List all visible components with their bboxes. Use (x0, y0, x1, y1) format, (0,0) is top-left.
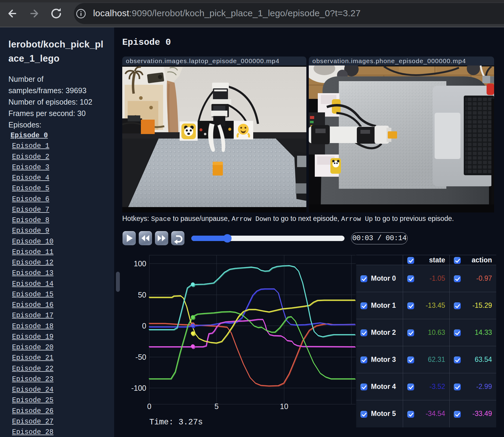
svg-text:0: 0 (147, 402, 151, 411)
svg-text:-100: -100 (131, 384, 146, 392)
svg-text:-50: -50 (135, 353, 146, 361)
svg-text:100: 100 (134, 259, 146, 268)
svg-text:10: 10 (280, 402, 288, 411)
svg-text:Time: 3.27s: Time: 3.27s (149, 418, 203, 427)
svg-text:0: 0 (142, 322, 146, 330)
svg-text:50: 50 (138, 291, 146, 299)
svg-text:5: 5 (214, 402, 219, 411)
